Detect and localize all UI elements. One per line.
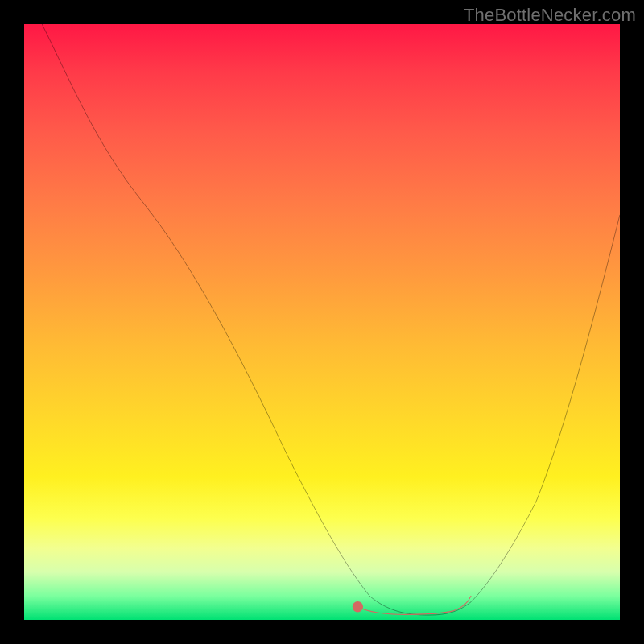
curve-path <box>42 24 620 615</box>
attribution-label: TheBottleNecker.com <box>464 5 636 26</box>
plot-area <box>24 24 620 620</box>
optimal-range-path <box>357 596 471 614</box>
bottleneck-curve <box>24 24 620 620</box>
chart-frame: TheBottleNecker.com <box>0 0 644 644</box>
